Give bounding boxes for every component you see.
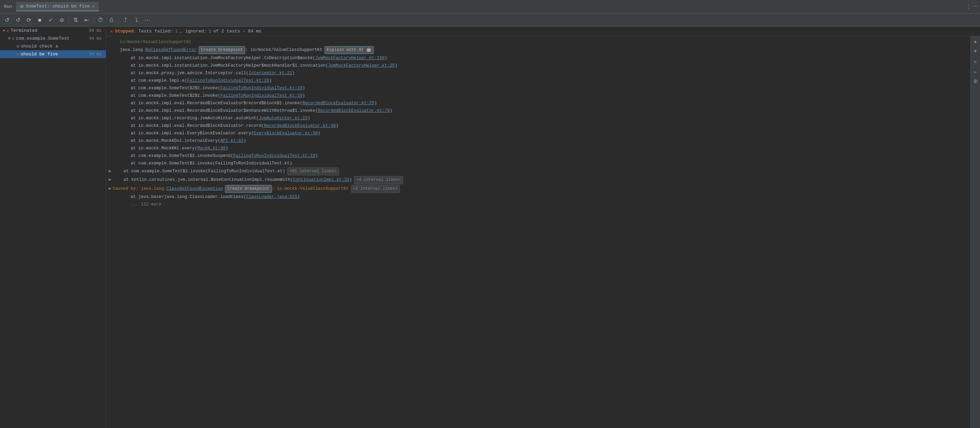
log-more: ... 112 more bbox=[130, 201, 161, 208]
internal-lines-tooltip-18[interactable]: <91 internal lines> bbox=[287, 167, 339, 175]
log-link-4[interactable]: JvmMockFactoryHelper.kt:25 bbox=[328, 62, 395, 69]
log-end-13: ) bbox=[318, 130, 321, 137]
scroll-delete-icon[interactable]: 🗑 bbox=[972, 77, 980, 86]
left-panel: ▼ ✕ Terminated 64 ms ▼ ✕ com.example.Som… bbox=[0, 27, 106, 428]
log-at-5: at io.mockk.proxy.jvm.advice.Interceptor… bbox=[130, 70, 248, 76]
window-minimize-icon[interactable]: ─ bbox=[974, 3, 977, 10]
toolbar-separator-1 bbox=[68, 17, 69, 24]
log-end-14: ) bbox=[243, 137, 246, 144]
cancel-button[interactable]: ⊘ bbox=[57, 15, 66, 25]
scroll-down-icon[interactable]: ▼ bbox=[972, 47, 980, 56]
log-line-12: at io.mockk.impl.eval.RecordedBlockEvalu… bbox=[109, 122, 968, 130]
log-link-14[interactable]: API.kt:92 bbox=[221, 137, 244, 144]
expand-icon-19[interactable]: ▶ bbox=[109, 177, 111, 183]
status-text1: Tests failed: bbox=[138, 29, 173, 34]
right-scrollbar: ▲ ▼ ≡ ⇤ 🗑 bbox=[970, 36, 980, 428]
window-menu-icon[interactable]: ⋮ bbox=[966, 3, 971, 10]
rerun-button[interactable]: ↺ bbox=[2, 15, 12, 25]
internal-lines-tooltip-20[interactable]: <2 internal lines> bbox=[351, 185, 400, 193]
status-text2: , ignored: bbox=[180, 29, 207, 34]
tab-close-icon[interactable]: ✕ bbox=[92, 3, 95, 9]
log-end-8: ) bbox=[302, 92, 305, 99]
toolbar-separator-3 bbox=[118, 17, 119, 24]
log-end-11: ) bbox=[308, 115, 310, 122]
log-at-13: at io.mockk.impl.eval.EveryBlockEvaluato… bbox=[130, 130, 254, 137]
log-line-14: at io.mockk.MockKDsl.internalEvery(API.k… bbox=[109, 137, 968, 145]
check-button[interactable]: ✓ bbox=[46, 15, 56, 25]
collapse-button[interactable]: ⇤ bbox=[82, 15, 91, 25]
log-link-10[interactable]: RecordedBlockEvaluator.kt:78 bbox=[318, 107, 390, 114]
create-breakpoint-tooltip-2[interactable]: Create breakpoint bbox=[225, 185, 272, 193]
log-area[interactable]: io/mockk/ValueClassSupportKt java.lang.N… bbox=[106, 36, 970, 428]
log-link-9[interactable]: RecordedBlockEvaluator.kt:25 bbox=[302, 100, 374, 107]
right-panel: ✕ Stopped. Tests failed: 1 , ignored: 1 … bbox=[106, 27, 980, 428]
title-bar-controls: ⋮ ─ bbox=[966, 3, 977, 10]
log-end-3: ) bbox=[385, 55, 387, 62]
test1-item[interactable]: ⊘ should check a bbox=[0, 42, 106, 50]
log-link-6[interactable]: FailingToRunIndividualTest.kt:26 bbox=[187, 77, 269, 84]
log-at-11: at io.mockk.impl.recording.JvmAutoHinter… bbox=[130, 115, 259, 122]
log-line-20: ▶ Caused by: java.lang.ClassNotFoundExce… bbox=[109, 185, 968, 193]
log-line-22: ... 112 more bbox=[109, 200, 968, 208]
internal-lines-tooltip-19[interactable]: <4 internal lines> bbox=[354, 176, 403, 184]
scroll-collapse-icon[interactable]: ⇤ bbox=[972, 68, 980, 76]
log-link-13[interactable]: EveryBlockEvaluator.kt:30 bbox=[254, 130, 318, 137]
log-link-12[interactable]: RecordedBlockEvaluator.kt:40 bbox=[264, 123, 336, 129]
log-end-12: ) bbox=[336, 123, 339, 129]
log-line-10: at io.mockk.impl.eval.RecordedBlockEvalu… bbox=[109, 107, 968, 115]
sort-button[interactable]: ⇅ bbox=[71, 15, 80, 25]
suite-item[interactable]: ▼ ✕ com.example.SomeTest 64 ms bbox=[0, 35, 106, 42]
log-line-4: at io.mockk.impl.instantiation.JvmMockFa… bbox=[109, 62, 968, 69]
status-bar: ✕ Stopped. Tests failed: 1 , ignored: 1 … bbox=[106, 27, 980, 36]
expand-icon-20[interactable]: ▶ bbox=[109, 185, 111, 192]
expand-icon-18[interactable]: ▶ bbox=[109, 168, 111, 175]
stop-button[interactable]: ■ bbox=[35, 15, 45, 25]
status-failed-count: 1 bbox=[175, 29, 178, 34]
log-line-11: at io.mockk.impl.recording.JvmAutoHinter… bbox=[109, 115, 968, 122]
log-line-3: at io.mockk.impl.instantiation.JvmMockFa… bbox=[109, 54, 968, 62]
log-link-21[interactable]: ClassLoader.java:521 bbox=[246, 194, 298, 200]
title-bar: Run SomeTest: should be five ✕ ⋮ ─ bbox=[0, 0, 980, 14]
scroll-up-icon[interactable]: ▲ bbox=[972, 38, 980, 46]
terminated-timing: 64 ms bbox=[89, 29, 103, 33]
log-link-15[interactable]: MockK.kt:98 bbox=[197, 145, 226, 152]
suite-error-icon: ✕ bbox=[12, 35, 15, 41]
clock-button[interactable]: ⏱ bbox=[96, 15, 105, 25]
rerun-failed-button[interactable]: ↺ bbox=[13, 15, 22, 25]
test1-skip-icon: ⊘ bbox=[16, 43, 19, 49]
log-link-11[interactable]: JvmAutoHinter.kt:23 bbox=[259, 115, 308, 122]
log-link-16[interactable]: FailingToRunIndividualTest.kt:19 bbox=[233, 153, 315, 159]
run-label: Run bbox=[3, 4, 16, 9]
log-no-class-def-link[interactable]: NoClassDefFoundError bbox=[145, 46, 197, 53]
log-link-19[interactable]: ContinuationImpl.kt:33 bbox=[293, 177, 350, 183]
log-class-not-found-link[interactable]: ClassNotFoundException bbox=[167, 185, 223, 192]
title-tab[interactable]: SomeTest: should be five ✕ bbox=[16, 2, 99, 11]
tab-title: SomeTest: should be five bbox=[25, 4, 89, 9]
log-at-16: at com.example.SomeTest$2.invokeSuspend( bbox=[130, 153, 233, 159]
green-dot-icon bbox=[20, 5, 24, 8]
more-button[interactable]: ⋯ bbox=[143, 15, 152, 25]
log-at-12: at io.mockk.impl.eval.RecordedBlockEvalu… bbox=[130, 123, 264, 129]
suite-label: com.example.SomeTest bbox=[16, 36, 88, 41]
log-at-14: at io.mockk.MockKDsl.internalEvery( bbox=[130, 137, 221, 144]
log-link-7[interactable]: FailingToRunIndividualTest.kt:19 bbox=[221, 85, 302, 92]
test2-item[interactable]: ✕ should be five 64 ms bbox=[0, 50, 106, 58]
log-at-3: at io.mockk.impl.instantiation.JvmMockFa… bbox=[130, 55, 315, 62]
export-button[interactable]: ⤴ bbox=[121, 15, 130, 25]
terminated-item[interactable]: ▼ ✕ Terminated 64 ms bbox=[0, 27, 106, 35]
log-colon-1: : io/mockk/ValueClassSupportKt bbox=[245, 46, 322, 53]
log-end-4: ) bbox=[395, 62, 398, 69]
log-line-16: at com.example.SomeTest$2.invokeSuspend(… bbox=[109, 152, 968, 160]
log-at-17: at com.example.SomeTest$2.invoke(Failing… bbox=[130, 160, 292, 167]
scroll-line-icon[interactable]: ≡ bbox=[972, 58, 980, 66]
log-link-5[interactable]: Interceptor.kt:21 bbox=[248, 70, 292, 76]
import-button[interactable]: ⤵ bbox=[132, 15, 141, 25]
log-line-19: ▶ at kotlin.coroutines.jvm.internal.Base… bbox=[109, 176, 968, 184]
explain-ai-tooltip[interactable]: Explain with AI 🤖 bbox=[325, 46, 374, 54]
create-breakpoint-tooltip-1[interactable]: Create breakpoint bbox=[199, 46, 245, 54]
screenshot-button[interactable]: ⎙ bbox=[107, 15, 116, 25]
log-end-19: ) bbox=[350, 177, 352, 183]
log-link-8[interactable]: FailingToRunIndividualTest.kt:19 bbox=[221, 92, 302, 99]
rerun-toggle-button[interactable]: ⟳ bbox=[24, 15, 33, 25]
log-link-3[interactable]: JvmMockFactoryHelper.kt:150 bbox=[315, 55, 385, 62]
